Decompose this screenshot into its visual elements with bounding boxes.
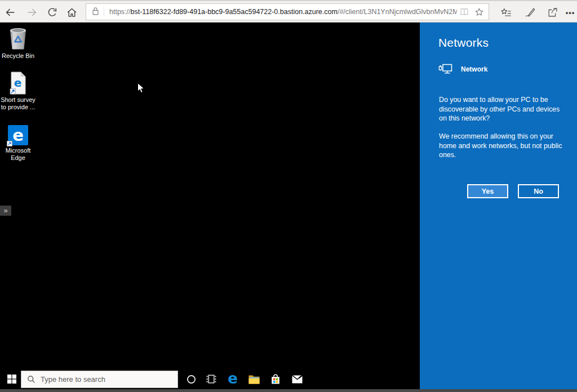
url-scheme: https:// [109,8,131,16]
favorites-hub-icon[interactable] [498,5,514,20]
start-button[interactable] [0,369,24,389]
url-text: https://bst-118f6322-fd89-491a-bbc9-9a55… [109,8,457,16]
microsoft-store-icon[interactable] [265,369,286,389]
refresh-icon[interactable] [45,6,59,19]
address-separator [104,7,104,17]
share-icon[interactable] [545,5,561,20]
forward-icon[interactable] [25,6,39,19]
search-input[interactable] [41,375,177,384]
network-discovery-question: Do you want to allow your PC to be disco… [439,95,569,123]
desktop-icon-short-survey[interactable]: e Short survey to provide ... [0,71,36,110]
more-options-icon[interactable]: ••• [562,5,577,20]
desktop-icon-microsoft-edge[interactable]: e Microsoft Edge [0,124,36,161]
yes-button[interactable]: Yes [467,184,508,198]
desktop-icon-label: Recycle Bin [0,52,36,60]
reading-view-icon[interactable] [457,5,472,19]
shortcut-arrow-icon [7,141,12,146]
desktop-icon-label: Short survey to provide ... [0,96,36,110]
recycle-bin-icon [0,25,36,51]
networks-panel-title: Networks [438,36,489,50]
edge-logo-icon: e [0,124,36,145]
windows-taskbar: e [0,369,420,389]
network-prompt-buttons: Yes No [420,184,577,198]
web-note-pen-icon[interactable] [522,5,538,20]
file-explorer-icon[interactable] [244,369,264,389]
url-domain: bst-118f6322-fd89-491a-bbc9-9a55ac594722… [131,8,338,16]
network-item-label: Network [461,65,487,73]
page-bottom-edge [0,389,577,392]
cortana-icon[interactable] [181,369,201,389]
mail-icon[interactable] [287,369,307,389]
no-button[interactable]: No [518,184,559,198]
taskbar-search-box[interactable] [21,371,178,388]
survey-document-icon: e [0,71,36,95]
search-icon [27,375,35,384]
remote-desktop: Recycle Bin e Short survey to provide ..… [0,23,577,389]
desktop-icon-recycle-bin[interactable]: Recycle Bin [0,25,36,60]
desktop-icon-label: Microsoft Edge [0,147,36,161]
lock-icon [91,6,100,18]
mouse-cursor-icon [137,82,145,96]
bastion-remote-session: https://bst-118f6322-fd89-491a-bbc9-9a55… [0,0,577,392]
url-path: /#/client/L3N1YnNjcmlwdGlvbnMvN2M1MW [338,8,457,16]
ethernet-network-icon [438,63,454,75]
network-recommendation-text: We recommend allowing this on your home … [439,132,569,160]
task-view-icon[interactable] [201,369,221,389]
networks-flyout-panel: Networks Network Do you want to allow yo… [420,23,577,389]
edge-letter: e [14,76,21,90]
browser-toolbar: https://bst-118f6322-fd89-491a-bbc9-9a55… [0,0,577,23]
network-list-item[interactable]: Network [438,63,487,75]
windows-logo-icon [7,375,16,384]
bastion-expand-chevron-icon[interactable]: » [0,206,11,216]
home-icon[interactable] [65,6,78,19]
back-icon[interactable] [3,6,17,19]
edge-taskbar-icon[interactable]: e [223,369,243,389]
favorite-star-icon[interactable] [472,5,486,19]
address-bar[interactable]: https://bst-118f6322-fd89-491a-bbc9-9a55… [86,3,489,20]
